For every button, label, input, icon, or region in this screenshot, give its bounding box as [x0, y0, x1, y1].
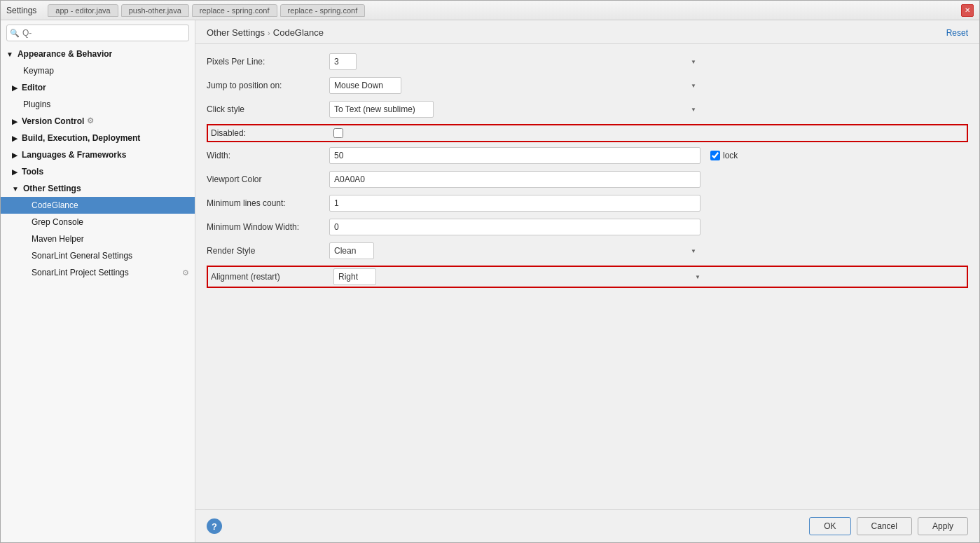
- tab-1[interactable]: app - editor.java: [48, 4, 118, 17]
- sidebar-label-languages: Languages & Frameworks: [22, 150, 126, 160]
- control-render-style: Clean: [329, 242, 968, 259]
- sidebar-item-languages-frameworks[interactable]: ▶ Languages & Frameworks: [1, 146, 195, 163]
- input-min-window-width[interactable]: [329, 219, 701, 235]
- reset-link[interactable]: Reset: [946, 28, 968, 38]
- sidebar-label-version-control: Version Control: [22, 116, 84, 126]
- sidebar-item-appearance-behavior[interactable]: ▼ Appearance & Behavior: [1, 46, 195, 62]
- control-min-lines: [329, 195, 968, 212]
- dropdown-wrapper-alignment: Right: [333, 268, 705, 285]
- dropdown-alignment[interactable]: Right: [333, 268, 376, 285]
- breadcrumb-current: CodeGlance: [273, 27, 324, 38]
- input-viewport-color[interactable]: [329, 171, 701, 188]
- main-content: 🔍 ▼ Appearance & Behavior Keymap ▶ Edito…: [1, 20, 979, 542]
- setting-row-disabled: Disabled:: [207, 124, 968, 142]
- checkbox-lock[interactable]: [710, 151, 720, 160]
- help-button[interactable]: ?: [207, 518, 222, 534]
- sidebar-item-maven-helper[interactable]: Maven Helper: [1, 231, 195, 247]
- control-width: lock: [329, 147, 968, 164]
- dropdown-wrapper-click-style: To Text (new sublime): [329, 101, 701, 118]
- sidebar-label-grep-console: Grep Console: [32, 217, 83, 227]
- dropdown-pixels-per-line[interactable]: 3: [329, 53, 357, 70]
- bottom-right: OK Cancel Apply: [809, 517, 968, 535]
- content-header: Other Settings › CodeGlance Reset: [195, 20, 979, 44]
- content-area: Other Settings › CodeGlance Reset Pixels…: [195, 20, 979, 542]
- label-pixels-per-line: Pixels Per Line:: [207, 57, 329, 67]
- cancel-button[interactable]: Cancel: [857, 517, 912, 535]
- breadcrumb: Other Settings › CodeGlance: [207, 27, 324, 38]
- sidebar-item-other-settings[interactable]: ▼ Other Settings: [1, 180, 195, 197]
- dropdown-click-style[interactable]: To Text (new sublime): [329, 101, 434, 118]
- control-disabled: [333, 128, 964, 138]
- setting-row-render-style: Render Style Clean: [207, 242, 968, 260]
- breadcrumb-parent: Other Settings: [207, 27, 265, 38]
- sidebar-item-keymap[interactable]: Keymap: [1, 62, 195, 79]
- expand-arrow-other-settings: ▼: [12, 185, 19, 193]
- window-title: Settings: [6, 6, 36, 15]
- expand-arrow-build: ▶: [12, 135, 18, 142]
- input-width[interactable]: [329, 147, 701, 164]
- checkbox-disabled[interactable]: [333, 128, 343, 138]
- sidebar: 🔍 ▼ Appearance & Behavior Keymap ▶ Edito…: [1, 20, 195, 542]
- apply-button[interactable]: Apply: [918, 517, 968, 535]
- label-disabled: Disabled:: [211, 128, 333, 138]
- control-click-style: To Text (new sublime): [329, 101, 968, 118]
- sidebar-item-grep-console[interactable]: Grep Console: [1, 214, 195, 231]
- gear-icon-version-control: ⚙: [87, 116, 97, 126]
- ok-button[interactable]: OK: [809, 517, 850, 535]
- expand-arrow-editor: ▶: [12, 84, 18, 92]
- sidebar-label-build: Build, Execution, Deployment: [22, 133, 140, 143]
- tab-3[interactable]: replace - spring.conf: [192, 4, 277, 17]
- title-bar-left: Settings app - editor.java push-other.ja…: [6, 4, 365, 17]
- label-width: Width:: [207, 151, 329, 160]
- setting-row-jump-to-position: Jump to position on: Mouse Down: [207, 76, 968, 95]
- sidebar-item-tools[interactable]: ▶ Tools: [1, 163, 195, 180]
- search-input[interactable]: [6, 25, 189, 41]
- tab-4[interactable]: replace - spring.conf: [280, 4, 366, 17]
- setting-row-min-window-width: Minimum Window Width:: [207, 218, 968, 236]
- expand-arrow-tools: ▶: [12, 168, 18, 176]
- expand-arrow-languages: ▶: [12, 151, 18, 159]
- input-min-lines[interactable]: [329, 195, 701, 212]
- setting-row-viewport-color: Viewport Color: [207, 170, 968, 188]
- settings-body: Pixels Per Line: 3 Jump to position on:: [195, 44, 979, 509]
- control-pixels-per-line: 3: [329, 53, 968, 70]
- label-viewport-color: Viewport Color: [207, 174, 329, 184]
- sidebar-item-sonarlint-general[interactable]: SonarLint General Settings: [1, 247, 195, 264]
- gear-icon-sonarlint-project: ⚙: [182, 268, 189, 277]
- control-jump-to-position: Mouse Down: [329, 77, 968, 94]
- sidebar-label-sonarlint-general: SonarLint General Settings: [32, 251, 132, 261]
- label-min-window-width: Minimum Window Width:: [207, 222, 329, 232]
- sidebar-item-codeglance[interactable]: CodeGlance: [1, 197, 195, 214]
- lock-label: lock: [710, 151, 738, 160]
- setting-row-pixels-per-line: Pixels Per Line: 3: [207, 53, 968, 71]
- sidebar-label-plugins: Plugins: [23, 99, 50, 109]
- control-min-window-width: [329, 219, 968, 235]
- sidebar-label-editor: Editor: [22, 83, 46, 92]
- settings-window: Settings app - editor.java push-other.ja…: [0, 0, 980, 543]
- title-tabs: app - editor.java push-other.java replac…: [48, 4, 365, 17]
- label-render-style: Render Style: [207, 246, 329, 256]
- bottom-bar: ? OK Cancel Apply: [195, 509, 979, 542]
- control-alignment: Right: [333, 268, 964, 285]
- sidebar-label-appearance-behavior: Appearance & Behavior: [18, 49, 112, 59]
- dropdown-render-style[interactable]: Clean: [329, 242, 374, 259]
- sidebar-label-sonarlint-project: SonarLint Project Settings: [32, 268, 129, 277]
- label-click-style: Click style: [207, 104, 329, 114]
- sidebar-item-editor[interactable]: ▶ Editor: [1, 79, 195, 96]
- setting-row-min-lines: Minimum lines count:: [207, 194, 968, 212]
- setting-row-click-style: Click style To Text (new sublime): [207, 100, 968, 118]
- dropdown-jump-to-position[interactable]: Mouse Down: [329, 77, 401, 94]
- sidebar-item-sonarlint-project[interactable]: SonarLint Project Settings ⚙: [1, 264, 195, 281]
- sidebar-item-version-control[interactable]: ▶ Version Control ⚙: [1, 113, 195, 130]
- sidebar-item-plugins[interactable]: Plugins: [1, 96, 195, 113]
- setting-row-alignment: Alignment (restart) Right: [207, 266, 968, 288]
- bottom-left: ?: [207, 518, 222, 534]
- sidebar-item-build-execution[interactable]: ▶ Build, Execution, Deployment: [1, 130, 195, 146]
- expand-arrow-version-control: ▶: [12, 118, 18, 125]
- label-jump-to-position: Jump to position on:: [207, 81, 329, 90]
- sidebar-label-codeglance: CodeGlance: [32, 200, 78, 210]
- breadcrumb-separator: ›: [268, 29, 270, 37]
- tab-2[interactable]: push-other.java: [121, 4, 189, 17]
- close-button[interactable]: ✕: [961, 4, 974, 17]
- search-box: 🔍: [6, 25, 189, 41]
